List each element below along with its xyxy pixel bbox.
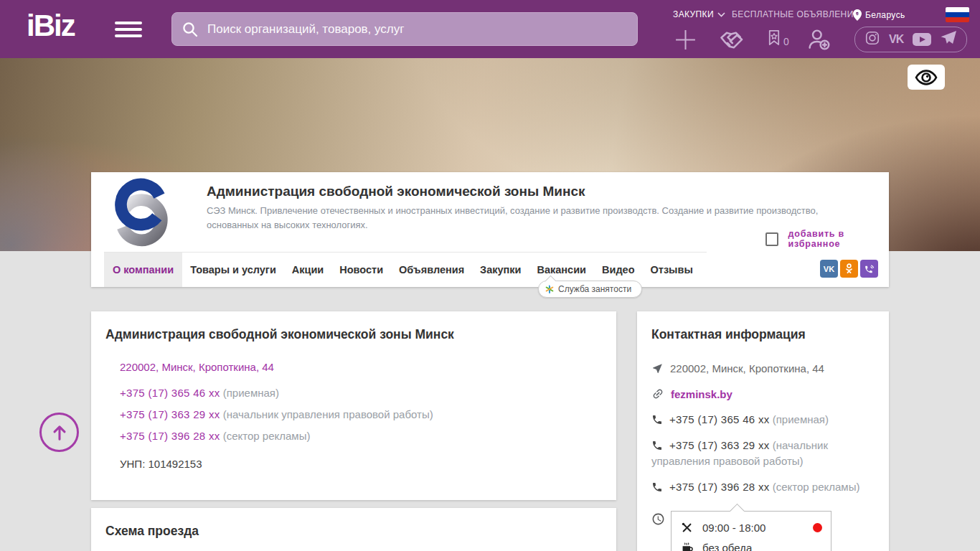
- company-logo: [104, 175, 179, 250]
- nav-free-ads[interactable]: БЕСПЛАТНЫЕ ОБЪЯВЛЕНИЯ: [732, 9, 860, 19]
- contact-phone[interactable]: +375 (17) 365 46 xx: [669, 413, 770, 425]
- working-hours-row: 09:00 - 18:00: [680, 518, 822, 537]
- schedule-tooltip: 09:00 - 18:00 без обеда: [671, 511, 831, 551]
- contact-phone[interactable]: +375 (17) 396 28 xx: [669, 481, 770, 493]
- contact-address: 220002, Минск, Кропоткина, 44: [670, 362, 824, 375]
- top-header: iBiz ЗАКУПКИ БЕСПЛАТНЫЕ ОБЪЯВЛЕНИЯ Белар…: [0, 0, 980, 58]
- contact-phone[interactable]: +375 (17) 363 29 xx: [669, 439, 770, 451]
- phone-icon: [651, 481, 663, 493]
- status-dot: [813, 523, 822, 532]
- map-heading: Схема проезда: [105, 524, 602, 539]
- company-social-links: VK: [820, 260, 878, 278]
- youtube-icon[interactable]: [913, 33, 931, 46]
- nav-location[interactable]: Беларусь: [853, 9, 905, 21]
- lunch-label: без обеда: [702, 542, 752, 551]
- about-card: Администрация свободной экономической зо…: [91, 311, 616, 500]
- company-header-card: Администрация свободной экономической зо…: [91, 172, 889, 287]
- scroll-to-top-button[interactable]: [39, 413, 79, 452]
- website-link[interactable]: fezminsk.by: [671, 388, 732, 400]
- menu-icon[interactable]: [115, 22, 142, 41]
- contact-address-row: 220002, Минск, Кропоткина, 44: [651, 361, 875, 377]
- employment-service-icon: [545, 285, 554, 293]
- add-to-favorites[interactable]: добавить в избранное: [765, 229, 889, 249]
- favorite-checkbox[interactable]: [765, 232, 778, 246]
- contact-phone-row: +375 (17) 363 29 xx (начальник управлени…: [651, 438, 875, 470]
- phone-icon: [651, 414, 663, 425]
- company-address-link[interactable]: 220002, Минск, Кропоткина, 44: [120, 361, 602, 373]
- contact-info-card: Контактная информация 220002, Минск, Кро…: [637, 311, 889, 551]
- working-hours: 09:00 - 18:00: [702, 522, 765, 534]
- tools-icon: [680, 521, 694, 534]
- phone-row: +375 (17) 363 29 xx (начальник управлени…: [120, 408, 602, 420]
- site-logo[interactable]: iBiz: [27, 9, 75, 43]
- page: iBiz ЗАКУПКИ БЕСПЛАТНЫЕ ОБЪЯВЛЕНИЯ Белар…: [0, 0, 980, 551]
- search-icon: [182, 21, 199, 38]
- vk-icon[interactable]: VK: [889, 33, 903, 46]
- arrow-up-icon: [50, 423, 70, 443]
- handshake-icon[interactable]: [718, 29, 746, 54]
- company-unp: УНП: 101492153: [120, 458, 602, 470]
- favorites-bookmark-icon[interactable]: [765, 27, 783, 52]
- tab-reviews[interactable]: Отзывы: [643, 253, 701, 287]
- map-card: Схема проезда: [91, 508, 616, 551]
- phone-note: (приемная): [773, 413, 829, 425]
- tab-zakupki[interactable]: Закупки: [472, 253, 529, 287]
- eye-icon: [914, 69, 938, 86]
- contacts-heading: Контактная информация: [651, 327, 875, 342]
- search-input[interactable]: [206, 22, 628, 37]
- phone-note: (сектор рекламы): [773, 481, 860, 493]
- ok-share-icon[interactable]: [840, 260, 858, 278]
- tab-news[interactable]: Новости: [331, 253, 391, 287]
- language-flag-russia-icon[interactable]: [946, 7, 969, 22]
- phone-icon: [651, 440, 663, 451]
- phone-link[interactable]: +375 (17) 396 28 xx: [120, 430, 220, 442]
- nav-arrow-icon: [651, 362, 664, 375]
- clock-icon: [651, 512, 665, 526]
- nav-zakupki-label: ЗАКУПКИ: [673, 9, 714, 19]
- phone-note: (сектор рекламы): [223, 430, 311, 442]
- vacancies-tooltip-label: Служба занятости: [558, 284, 631, 294]
- tab-promotions[interactable]: Акции: [284, 253, 331, 287]
- chevron-down-icon: [717, 12, 725, 17]
- user-add-icon[interactable]: [805, 28, 832, 54]
- contact-phone-row: +375 (17) 365 46 xx (приемная): [651, 412, 875, 428]
- company-title: Администрация свободной экономической зо…: [207, 184, 585, 199]
- link-icon: [649, 385, 666, 402]
- contact-phone-row: +375 (17) 396 28 xx (сектор рекламы): [651, 479, 875, 496]
- phone-note: (приемная): [223, 387, 279, 399]
- phone-row: +375 (17) 365 46 xx (приемная): [120, 387, 602, 399]
- header-social-links: VK: [854, 27, 967, 52]
- tab-products[interactable]: Товары и услуги: [182, 253, 284, 287]
- viber-icon[interactable]: [860, 260, 878, 278]
- about-heading: Администрация свободной экономической зо…: [105, 327, 602, 342]
- contact-website-row: fezminsk.by: [651, 387, 875, 403]
- favorite-label: добавить в избранное: [788, 229, 889, 249]
- visibility-eye-badge[interactable]: [908, 65, 945, 90]
- tab-about[interactable]: О компании: [104, 253, 182, 287]
- phone-link[interactable]: +375 (17) 365 46 xx: [120, 387, 220, 399]
- vk-share-icon[interactable]: VK: [820, 260, 838, 278]
- telegram-icon[interactable]: [940, 30, 957, 49]
- phone-link[interactable]: +375 (17) 363 29 xx: [120, 408, 220, 420]
- nav-location-label: Беларусь: [865, 10, 905, 20]
- nav-zakupki[interactable]: ЗАКУПКИ: [673, 9, 725, 19]
- coffee-cup-icon: [680, 540, 694, 551]
- tab-ads[interactable]: Объявления: [391, 253, 472, 287]
- phone-note: (начальник управления правовой работы): [223, 408, 433, 420]
- lunch-row: без обеда: [680, 537, 822, 551]
- add-company-plus-icon[interactable]: [674, 28, 697, 55]
- instagram-icon[interactable]: [864, 30, 880, 49]
- favorites-count: 0: [783, 36, 789, 47]
- phone-row: +375 (17) 396 28 xx (сектор рекламы): [120, 430, 602, 442]
- search-bar[interactable]: [171, 12, 638, 46]
- location-pin-icon: [853, 9, 862, 21]
- vacancies-tooltip: Служба занятости: [538, 281, 642, 298]
